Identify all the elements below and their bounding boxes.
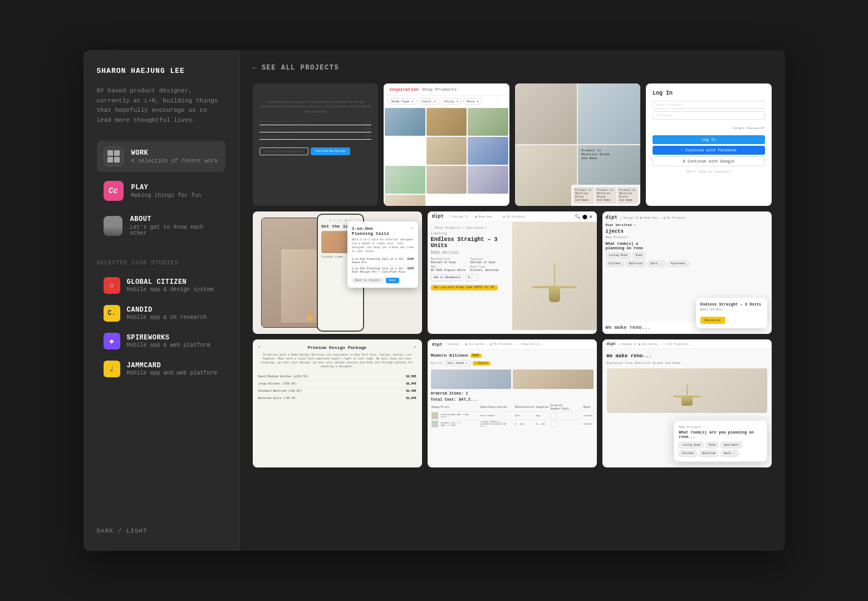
- reno-room-apartment[interactable]: Apartment: [720, 442, 742, 449]
- kitchen-dipt-logo: dipt: [432, 342, 443, 347]
- global-citizen-icon: ○: [104, 277, 120, 294]
- kitchen-table-row-1: Louverdrake 88H × 99W (2×)... Salt Shake…: [431, 412, 594, 420]
- dipt-attr-sku: SKU9K-7B3E Organic White: [431, 265, 469, 272]
- filter-color[interactable]: Color ▾: [419, 98, 439, 105]
- forgot-password-link[interactable]: Forgot Password?: [733, 126, 765, 130]
- case-item-global-citizen[interactable]: ○ GLOBAL CITIZEN Mobile app & design sys…: [97, 273, 225, 298]
- kitchen-sort-btn[interactable]: Date Added ▾: [445, 360, 470, 366]
- project-card-premium[interactable]: ‹ Premium Design Package › In-person wit…: [253, 339, 422, 467]
- dipt-add-moodboard-btn[interactable]: Add to Moodboard: [431, 274, 463, 281]
- room-option-apartment[interactable]: Apartment: [668, 260, 689, 267]
- dipt-mobile-btn[interactable]: Relative: [700, 317, 725, 324]
- sidebar-item-work[interactable]: WORK A selection of recent work: [97, 141, 225, 172]
- dipt-cart-icon[interactable]: ⬤: [582, 214, 587, 219]
- theme-toggle[interactable]: DARK / LIGHT: [97, 516, 225, 534]
- dipt-nav-my-projects[interactable]: ◧ My Projects: [501, 214, 527, 219]
- dipt-design-question: What room(s) aplanning on reno: [606, 242, 768, 250]
- dipt-mobile-price: $892.00/Min: [700, 308, 763, 312]
- project-card-dipt-design[interactable]: dipt ⬡ Design It ▣ Know How... ◧ My Proj…: [602, 211, 772, 334]
- project-card-essential[interactable]: ‹ Essential Design Package › Custom draw…: [253, 83, 379, 206]
- kitchen-export-btn[interactable]: ↑ Export: [473, 361, 491, 366]
- work-icon: [104, 146, 124, 166]
- dipt-category: Lighting: [431, 231, 509, 235]
- dipt-product-price: $892.00/line: [431, 250, 509, 255]
- dipt-nav-know[interactable]: ▣ Know How...: [473, 214, 499, 219]
- premium-nav-next[interactable]: ›: [414, 345, 416, 350]
- shop-photo-3: [468, 108, 508, 136]
- premium-nav-prev[interactable]: ‹: [258, 345, 261, 350]
- room-option-hide[interactable]: Hide: [632, 252, 646, 259]
- filter-more[interactable]: More ▾: [463, 98, 482, 105]
- project-card-planning[interactable]: ✋ ● 9:41 AM ✦ Get the look Curated items: [253, 211, 422, 334]
- dipt-full-header: dipt ⬡ Design It ▣ Know How... ◧ My Proj…: [428, 211, 597, 222]
- planning-book-btn[interactable]: Book: [386, 278, 399, 283]
- filter-style[interactable]: Style ▾: [441, 98, 462, 105]
- facebook-login-button[interactable]: ↑ Continue with Facebook: [653, 146, 765, 155]
- jammcard-icon: ♩: [104, 361, 120, 377]
- modal-close-icon[interactable]: ×: [411, 226, 414, 231]
- case-item-jammcard[interactable]: ♩ JAMMCARD Mobile app and web platform: [97, 356, 225, 382]
- back-button[interactable]: ←: [253, 63, 257, 72]
- nav-items: WORK A selection of recent work Cc PLAY …: [97, 141, 225, 242]
- room-option-living[interactable]: Living Room: [606, 252, 631, 259]
- shop-photo-1: [385, 108, 425, 136]
- dipt-attr-manufacturer: ManufacturerSharabh of Hjem: [431, 258, 469, 264]
- sidebar-name: SHARON HAEJUNG LEE: [97, 67, 225, 75]
- project-card-kitchen[interactable]: dipt ⬡ Design... ▣ All words... ◧ My Pro…: [428, 339, 597, 467]
- project-card-interior[interactable]: Product orMaterial Brandand Name Product…: [515, 83, 641, 206]
- login-email-field[interactable]: Email Address: [653, 101, 765, 109]
- case-item-spireworks[interactable]: ◆ SPIREWORKS Mobile app & web platform: [97, 328, 225, 354]
- reno-room-back[interactable]: Back...: [720, 450, 739, 457]
- shop-photo-8: [468, 166, 508, 194]
- case-item-candid[interactable]: C. CANDID Mobile app & UX research: [97, 300, 225, 326]
- play-title: PLAY: [131, 184, 202, 191]
- start-package-button[interactable]: Start with this Package: [311, 147, 350, 155]
- reno-room-kitchen[interactable]: Kitchen: [679, 450, 697, 457]
- dipt-design-label: Dipt Verified ✓: [606, 223, 768, 227]
- login-button[interactable]: Log In: [653, 135, 765, 144]
- login-title: Log In: [653, 90, 765, 96]
- section-label: SELECTED CASE STUDIES: [97, 260, 225, 266]
- consultation-button[interactable]: Schedule a Free Consultation: [259, 147, 309, 155]
- planning-back-btn[interactable]: Back to results: [352, 278, 384, 283]
- project-card-dipt-product[interactable]: dipt ⬡ Design It ▣ Know How... ◧ My Proj…: [428, 211, 597, 334]
- kitchen-table-row-2: WIC635 Tile × 22ga × 1 Mom London Black/…: [431, 420, 594, 428]
- reno-desc: Elevated from Material Brand and Name: [607, 361, 767, 365]
- jammcard-name: JAMMCARD: [127, 362, 217, 370]
- reno-room-bathroom[interactable]: Bathroom: [699, 450, 719, 457]
- kitchen-nav: ⬡ Design... ▣ All words... ◧ My Products…: [445, 342, 544, 346]
- project-card-shop[interactable]: inspiration Shop Products Room Type ▾ Co…: [384, 83, 509, 206]
- project-card-reno[interactable]: dipt ⬡ Design It ▣ All words... □ All Pr…: [602, 339, 772, 467]
- sidebar-item-play[interactable]: Cc PLAY Making things for fun: [97, 175, 225, 206]
- shop-photo-9: [385, 195, 425, 206]
- reno-room-hide[interactable]: Hide: [705, 442, 719, 449]
- dipt-profile-icon[interactable]: ⊙: [590, 214, 592, 219]
- shop-photo-5: [468, 137, 508, 165]
- dipt-add-cart-btn[interactable]: A...: [465, 274, 478, 281]
- kitchen-badge[interactable]: Edit: [470, 353, 482, 358]
- filter-room-type[interactable]: Room Type ▾: [388, 98, 417, 105]
- play-subtitle: Making things for fun: [131, 193, 202, 199]
- planning-price-row-1: 1-on-One Planning Call on a 1hr.Houzz Pr…: [352, 257, 414, 266]
- reno-nav: ⬡ Design It ▣ All words... □ All Product…: [618, 342, 692, 346]
- login-password-field[interactable]: Password: [653, 111, 765, 120]
- room-option-bathroom[interactable]: Bathroom: [626, 260, 646, 267]
- shop-products-text: Shop Products: [422, 87, 457, 92]
- dipt-search-icon[interactable]: 🔍: [575, 214, 580, 219]
- shop-photo-6: [385, 166, 425, 194]
- spireworks-name: SPIREWORKS: [127, 334, 210, 342]
- dipt-design-sections: New Project: [606, 235, 768, 239]
- dipt-nav-design[interactable]: ⬡ Design It: [447, 214, 470, 219]
- inspiration-logo: inspiration: [389, 87, 419, 92]
- reno-room-living[interactable]: Living Room: [679, 442, 704, 449]
- reno-title: We make reno...: [607, 353, 767, 359]
- dipt-buy-btn[interactable]: Buy now with Promo Code DIPTE for 6%: [431, 285, 498, 290]
- google-login-button[interactable]: G Continue with Google: [653, 156, 765, 166]
- work-subtitle: A selection of recent work: [131, 158, 218, 164]
- sidebar-item-about[interactable]: ABOUT Let's get to know each other: [97, 210, 225, 242]
- project-card-login[interactable]: Log In Email Address Password Forgot Pas…: [646, 83, 772, 206]
- room-option-kitchen[interactable]: Kitchen: [606, 260, 624, 267]
- shop-photo-7: [426, 166, 467, 194]
- room-option-back[interactable]: Back...: [648, 260, 666, 267]
- dipt-product-image: [512, 222, 597, 330]
